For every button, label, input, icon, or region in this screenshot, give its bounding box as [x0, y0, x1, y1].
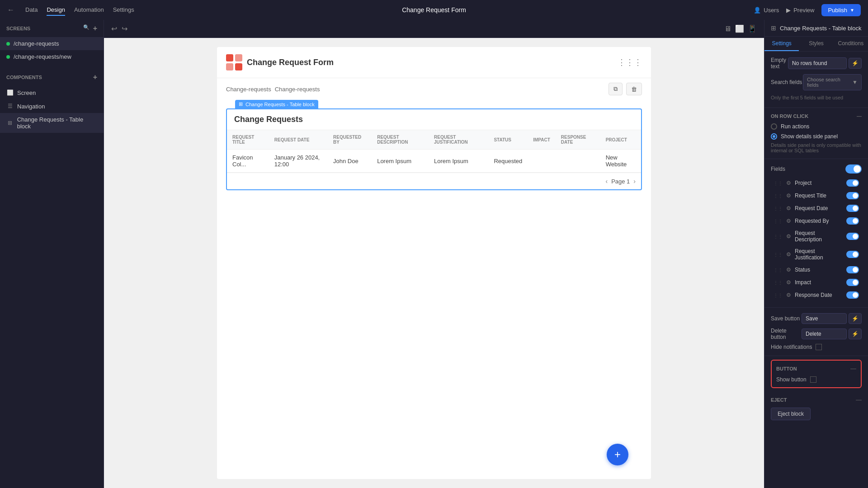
col-impact: Impact	[528, 130, 556, 150]
nav-tab-design[interactable]: Design	[47, 5, 65, 16]
drag-handle[interactable]: ⋮⋮	[774, 219, 783, 224]
desktop-viewport-button[interactable]: 🖥	[724, 24, 731, 33]
gear-icon[interactable]: ⚙	[786, 218, 791, 224]
search-icon[interactable]: 🔍	[83, 24, 90, 33]
tab-settings[interactable]: Settings	[764, 37, 799, 51]
empty-text-row: Empty text No rows found ⚡	[771, 57, 862, 70]
drag-handle[interactable]: ⋮⋮	[774, 193, 783, 198]
gear-icon[interactable]: ⚙	[786, 205, 791, 211]
delete-button-input[interactable]: Delete	[802, 328, 847, 339]
save-button-input[interactable]: Save	[802, 313, 847, 324]
copy-button[interactable]: ⧉	[609, 83, 623, 95]
show-button-checkbox[interactable]	[810, 376, 816, 383]
gear-icon[interactable]: ⚙	[786, 233, 791, 239]
users-action[interactable]: 👤 Users	[754, 7, 779, 14]
prev-page-button[interactable]: ‹	[605, 178, 608, 185]
col-request-title: Request Title	[227, 130, 269, 150]
field-toggle-request-description[interactable]	[846, 233, 859, 240]
table-block[interactable]: Change Requests Request Title Request Da…	[226, 108, 642, 190]
table-row[interactable]: Favicon Col... January 26 2024, 12:00 Jo…	[227, 150, 641, 173]
components-section-header: Components +	[0, 69, 104, 86]
back-button[interactable]: ←	[7, 6, 14, 14]
field-toggle-requested-by[interactable]	[846, 217, 859, 225]
mobile-viewport-button[interactable]: 📱	[748, 24, 757, 33]
sidebar-component-table: Change Requests - Table block	[17, 116, 97, 130]
drag-handle[interactable]: ⋮⋮	[774, 252, 783, 257]
delete-button[interactable]: 🗑	[626, 83, 642, 95]
field-name-status: Status	[795, 267, 843, 273]
gear-icon[interactable]: ⚙	[786, 292, 791, 298]
sidebar-item-screen[interactable]: ⬜ Screen	[0, 86, 104, 99]
fields-label: Fields	[771, 166, 785, 172]
top-right-actions: 👤 Users ▶ Preview Publish ▼	[754, 4, 861, 16]
radio-run-actions[interactable]: Run actions	[771, 123, 862, 130]
field-toggle-request-justification[interactable]	[846, 251, 859, 258]
next-page-button[interactable]: ›	[633, 178, 636, 185]
breadcrumb: Change-requests Change-requests ⧉ 🗑	[217, 78, 651, 100]
add-screen-button[interactable]: +	[93, 24, 97, 33]
undo-button[interactable]: ↩	[111, 24, 117, 33]
eject-section-header: EJECT —	[771, 396, 862, 403]
sidebar-item-change-requests[interactable]: /change-requests	[0, 37, 104, 50]
search-fields-placeholder: Choose search fields	[807, 77, 852, 88]
sidebar-item-table-block[interactable]: ⊞ Change Requests - Table block	[0, 113, 104, 133]
redo-button[interactable]: ↪	[122, 24, 127, 33]
gear-icon[interactable]: ⚙	[786, 251, 791, 258]
field-toggle-impact[interactable]	[846, 279, 859, 286]
data-table: Request Title Request Date Requested By …	[227, 130, 641, 173]
drag-handle[interactable]: ⋮⋮	[774, 267, 783, 272]
gear-icon[interactable]: ⚙	[786, 192, 791, 199]
search-fields-row: Search fields Choose search fields ▼	[771, 74, 862, 90]
gear-icon[interactable]: ⚙	[786, 267, 791, 273]
field-toggle-project[interactable]	[846, 179, 859, 187]
table-block-label-icon: ⊞	[239, 101, 243, 107]
empty-text-lightning-icon[interactable]: ⚡	[849, 58, 862, 69]
drag-handle[interactable]: ⋮⋮	[774, 293, 783, 298]
publish-button[interactable]: Publish ▼	[821, 4, 861, 16]
drag-handle[interactable]: ⋮⋮	[774, 206, 783, 211]
hide-notifications-row: Hide notifications	[771, 344, 862, 350]
delete-button-lightning[interactable]: ⚡	[849, 328, 862, 339]
drag-handle[interactable]: ⋮⋮	[774, 234, 783, 239]
gear-icon[interactable]: ⚙	[786, 279, 791, 286]
fab-button[interactable]: +	[607, 444, 628, 465]
preview-action[interactable]: ▶ Preview	[786, 7, 814, 14]
search-fields-note: Only the first 5 fields will be used	[771, 95, 862, 102]
radio-show-details[interactable]: Show details side panel	[771, 133, 862, 140]
col-response-date: Response Date	[556, 130, 600, 150]
svg-rect-1	[235, 54, 242, 61]
sidebar-item-change-requests-new[interactable]: /change-requests/new	[0, 50, 104, 63]
eject-collapse-btn[interactable]: —	[856, 396, 862, 403]
add-component-button[interactable]: +	[93, 73, 97, 81]
nav-tab-automation[interactable]: Automation	[74, 5, 104, 16]
sidebar-item-navigation[interactable]: ☰ Navigation	[0, 99, 104, 113]
save-delete-section: Save button Save ⚡ Delete button Delete …	[764, 308, 868, 356]
breadcrumb-item-1[interactable]: Change-requests	[226, 86, 271, 93]
grid-icon[interactable]: ⋮⋮⋮	[618, 57, 642, 67]
tab-styles[interactable]: Styles	[799, 37, 833, 51]
nav-tab-settings[interactable]: Settings	[113, 5, 134, 16]
drag-handle[interactable]: ⋮⋮	[774, 280, 783, 285]
field-name-project: Project	[795, 180, 843, 186]
on-row-click-collapse[interactable]: —	[857, 113, 862, 119]
gear-icon[interactable]: ⚙	[786, 180, 791, 186]
field-toggle-status[interactable]	[846, 266, 859, 273]
breadcrumb-item-2[interactable]: Change-requests	[275, 86, 320, 93]
search-fields-select[interactable]: Choose search fields ▼	[803, 74, 862, 90]
field-toggle-response-date[interactable]	[846, 291, 859, 299]
field-toggle-request-title[interactable]	[846, 192, 859, 199]
fields-toggle[interactable]	[845, 164, 862, 174]
empty-text-input[interactable]: No rows found	[788, 57, 847, 69]
drag-handle[interactable]: ⋮⋮	[774, 181, 783, 186]
users-icon: 👤	[754, 7, 761, 14]
tablet-viewport-button[interactable]: ⬜	[735, 24, 744, 33]
field-toggle-request-date[interactable]	[846, 205, 859, 212]
nav-tab-data[interactable]: Data	[25, 5, 38, 16]
eject-block-button[interactable]: Eject block	[771, 408, 811, 420]
sidebar-screen-label: /change-requests	[14, 40, 59, 47]
button-section-collapse[interactable]: —	[850, 365, 856, 372]
tab-conditions[interactable]: Conditions	[834, 37, 868, 51]
save-button-lightning[interactable]: ⚡	[849, 313, 862, 324]
hide-notifications-checkbox[interactable]	[816, 344, 822, 350]
hide-notifications-label: Hide notifications	[771, 344, 812, 350]
